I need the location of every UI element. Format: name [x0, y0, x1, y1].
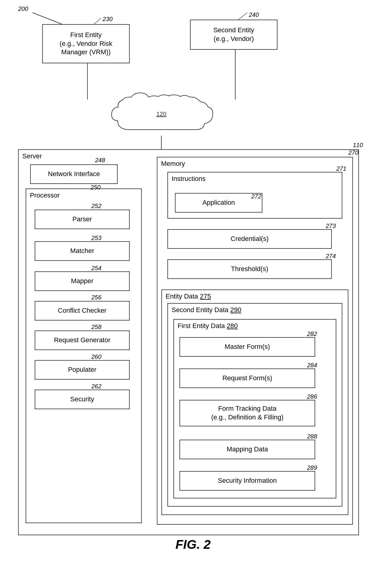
- ref-282: 282: [307, 330, 317, 337]
- first-entity-data-label: First Entity Data 280: [178, 322, 238, 330]
- credentials-box: Credential(s): [167, 229, 332, 249]
- application-box: Application: [175, 193, 262, 213]
- mapper-label: Mapper: [71, 277, 94, 286]
- entity-data-label: Entity Data 275: [166, 292, 211, 300]
- ref-230: 230: [103, 16, 113, 23]
- security-info-box: Security Information: [179, 471, 315, 491]
- form-tracking-box: Form Tracking Data(e.g., Definition & Fi…: [179, 400, 315, 426]
- network-interface-box: Network Interface: [30, 164, 118, 184]
- request-generator-box: Request Generator: [35, 330, 130, 350]
- ref-273: 273: [326, 223, 336, 229]
- conflict-checker-box: Conflict Checker: [35, 301, 130, 321]
- matcher-label: Matcher: [70, 247, 94, 255]
- mapping-data-box: Mapping Data: [179, 440, 315, 459]
- svg-line-5: [238, 13, 247, 20]
- ref-289: 289: [307, 464, 317, 471]
- master-forms-label: Master Form(s): [225, 343, 270, 351]
- mapping-data-label: Mapping Data: [227, 445, 268, 454]
- ref-271: 271: [336, 165, 346, 172]
- processor-container: Processor: [26, 188, 142, 523]
- populater-box: Populater: [35, 360, 130, 380]
- processor-label: Processor: [30, 191, 60, 199]
- ref-248: 248: [95, 157, 105, 164]
- server-label: Server: [22, 152, 42, 160]
- second-entity-box: Second Entity(e.g., Vendor): [190, 20, 277, 50]
- cloud-shape: 120: [109, 90, 214, 139]
- credentials-label: Credential(s): [231, 235, 269, 243]
- ref-256: 256: [91, 294, 101, 301]
- form-tracking-label: Form Tracking Data(e.g., Definition & Fi…: [211, 404, 284, 422]
- master-forms-box: Master Form(s): [179, 337, 315, 357]
- ref-110: 110: [353, 142, 363, 149]
- ref-200: 200: [18, 5, 28, 12]
- ref-288: 288: [307, 433, 317, 440]
- ref-270: 270: [348, 149, 358, 156]
- ref-260: 260: [91, 353, 101, 360]
- security-info-label: Security Information: [218, 476, 277, 485]
- matcher-box: Matcher: [35, 241, 130, 261]
- request-forms-box: Request Form(s): [179, 368, 315, 388]
- parser-label: Parser: [72, 215, 92, 224]
- svg-text:120: 120: [156, 111, 166, 117]
- ref-254: 254: [91, 265, 101, 272]
- first-entity-label: First Entity(e.g., Vendor RiskManager (V…: [60, 31, 113, 57]
- first-entity-box: First Entity(e.g., Vendor RiskManager (V…: [42, 24, 130, 63]
- populater-label: Populater: [68, 365, 96, 374]
- ref-284: 284: [307, 362, 317, 369]
- mapper-box: Mapper: [35, 271, 130, 291]
- second-entity-label: Second Entity(e.g., Vendor): [213, 26, 254, 43]
- security-label: Security: [70, 395, 94, 404]
- instructions-label: Instructions: [172, 175, 206, 183]
- application-label: Application: [202, 198, 235, 207]
- memory-label: Memory: [161, 160, 185, 168]
- second-entity-data-label: Second Entity Data 290: [172, 306, 241, 314]
- ref-252: 252: [91, 203, 101, 210]
- ref-253: 253: [91, 235, 101, 242]
- ref-286: 286: [307, 393, 317, 400]
- parser-box: Parser: [35, 210, 130, 229]
- request-forms-label: Request Form(s): [222, 374, 272, 383]
- ref-274: 274: [326, 253, 336, 260]
- ref-258: 258: [91, 324, 101, 330]
- ref-240: 240: [249, 11, 259, 18]
- request-generator-label: Request Generator: [54, 336, 110, 345]
- thresholds-label: Threshold(s): [231, 265, 268, 273]
- figure-caption: FIG. 2: [6, 537, 374, 552]
- ref-272: 272: [251, 193, 261, 200]
- diagram-container: 200 First Entity(e.g., Vendor RiskManage…: [0, 0, 374, 558]
- network-interface-label: Network Interface: [48, 170, 100, 179]
- thresholds-box: Threshold(s): [167, 259, 332, 279]
- ref-250: 250: [90, 184, 100, 191]
- conflict-checker-label: Conflict Checker: [58, 306, 106, 315]
- security-box: Security: [35, 390, 130, 409]
- ref-262: 262: [91, 383, 101, 390]
